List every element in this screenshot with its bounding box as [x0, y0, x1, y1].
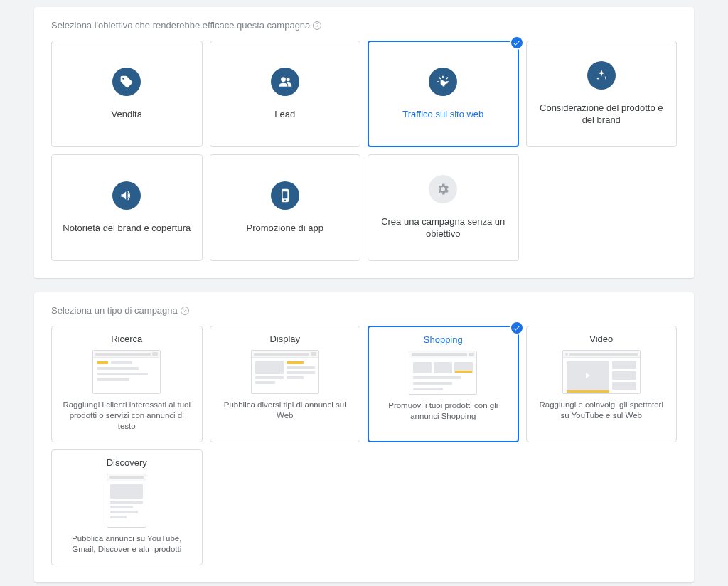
tag-icon [112, 68, 141, 96]
campaign-type-title: Ricerca [111, 334, 142, 344]
campaign-type-desc: Raggiungi i clienti interessati ai tuoi … [60, 400, 193, 432]
gear-icon [429, 175, 457, 203]
svg-point-0 [281, 77, 286, 82]
objectives-heading: Seleziona l'obiettivo che renderebbe eff… [51, 20, 677, 31]
checkmark-icon [510, 36, 524, 50]
help-icon[interactable]: ? [313, 21, 321, 30]
campaign-type-title: Video [589, 334, 613, 344]
phone-icon [271, 181, 299, 210]
objective-label: Promozione di app [247, 223, 323, 235]
megaphone-icon [112, 181, 141, 210]
objectives-grid: Vendita Lead Traffico sul sito web Consi… [51, 41, 677, 261]
campaign-type-card-display[interactable]: Display Pubblica diversi tipi di annunci… [210, 326, 361, 442]
svg-point-1 [286, 78, 289, 81]
objective-card-brand[interactable]: Notorietà del brand e copertura [51, 154, 203, 261]
click-icon [429, 68, 457, 96]
display-thumb-icon [251, 350, 319, 394]
campaign-type-card-discovery[interactable]: Discovery Pubblica annunci su YouTube, G… [51, 449, 203, 565]
objective-card-traffic[interactable]: Traffico sul sito web [368, 41, 519, 147]
campaign-type-title: Shopping [424, 334, 463, 345]
campaign-type-title: Discovery [107, 457, 147, 468]
objectives-heading-text: Seleziona l'obiettivo che renderebbe eff… [51, 20, 310, 31]
objective-label: Vendita [112, 109, 142, 121]
campaign-type-desc: Pubblica annunci su YouTube, Gmail, Disc… [60, 533, 193, 555]
campaign-types-heading: Seleziona un tipo di campagna ? [51, 305, 677, 316]
objective-label: Notorietà del brand e copertura [63, 223, 191, 235]
campaign-type-card-video[interactable]: Video Raggiungi e coinvolgi gli spettato… [526, 326, 678, 442]
search-thumb-icon [92, 350, 161, 394]
objective-card-app[interactable]: Promozione di app [210, 154, 361, 261]
objective-card-none[interactable]: Crea una campagna senza un obiettivo [368, 154, 519, 261]
video-thumb-icon [562, 350, 641, 394]
campaign-type-desc: Promuovi i tuoi prodotti con gli annunci… [378, 400, 509, 422]
objective-card-consideration[interactable]: Considerazione del prodotto e del brand [526, 41, 678, 147]
sparkle-icon [587, 61, 616, 90]
people-icon [271, 68, 299, 96]
shopping-thumb-icon [409, 351, 477, 395]
campaign-types-grid: Ricerca Raggiungi i clienti interessati … [51, 326, 677, 565]
checkmark-icon [510, 321, 524, 335]
objective-label: Crea una campagna senza un obiettivo [377, 216, 510, 240]
objective-card-leads[interactable]: Lead [210, 41, 361, 147]
discovery-thumb-icon [107, 474, 146, 528]
objective-card-sales[interactable]: Vendita [51, 41, 203, 147]
objective-label: Considerazione del prodotto e del brand [535, 102, 668, 127]
help-icon[interactable]: ? [181, 307, 189, 315]
campaign-type-desc: Pubblica diversi tipi di annunci sul Web [219, 400, 352, 421]
campaign-type-desc: Raggiungi e coinvolgi gli spettatori su … [535, 400, 668, 421]
campaign-types-heading-text: Seleziona un tipo di campagna [51, 305, 178, 316]
campaign-type-card-search[interactable]: Ricerca Raggiungi i clienti interessati … [51, 326, 203, 442]
campaign-type-card-shopping[interactable]: Shopping Promuovi i tuoi prodotti con gl… [368, 326, 519, 442]
objectives-panel: Seleziona l'obiettivo che renderebbe eff… [34, 7, 694, 278]
objective-label: Traffico sul sito web [402, 109, 483, 121]
campaign-type-title: Display [269, 334, 300, 344]
objective-label: Lead [274, 109, 295, 121]
campaign-types-panel: Seleziona un tipo di campagna ? Ricerca … [34, 292, 694, 582]
